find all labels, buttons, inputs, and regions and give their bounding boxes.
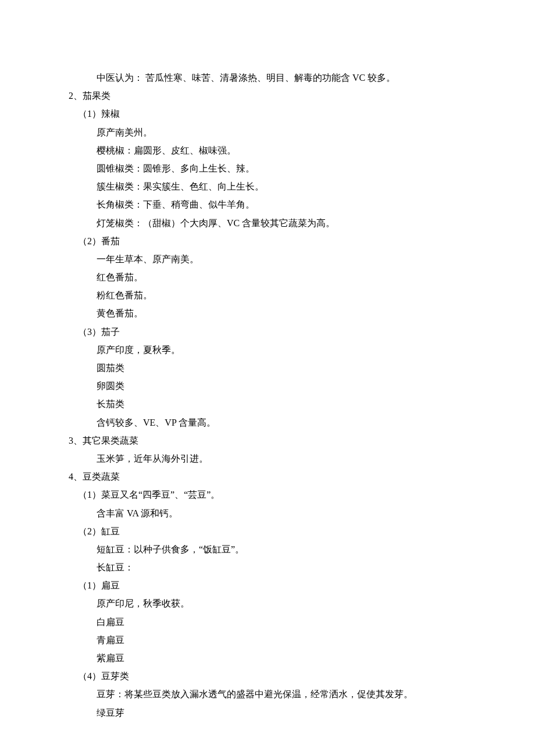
text-line: 长缸豆： (69, 558, 466, 576)
text-line: （4）豆芽类 (69, 667, 466, 685)
text-line: 豆芽：将某些豆类放入漏水透气的盛器中避光保温，经常洒水，促使其发芽。 (69, 685, 466, 703)
text-line: 黄色番茄。 (69, 304, 466, 322)
text-line: 含钙较多、VE、VP 含量高。 (69, 413, 466, 432)
text-line: 青扁豆 (69, 631, 466, 649)
text-line: 红色番茄。 (69, 268, 466, 286)
text-line: 卵圆类 (69, 377, 466, 395)
text-line: 白扁豆 (69, 613, 466, 631)
text-line: （1）菜豆又名“四季豆”、“芸豆”。 (69, 486, 466, 504)
document-body: 中医认为： 苦瓜性寒、味苦、清暑涤热、明目、解毒的功能含 VC 较多。2、茄果类… (69, 69, 466, 722)
text-line: 圆茄类 (69, 359, 466, 377)
text-line: 紫扁豆 (69, 649, 466, 667)
text-line: 2、茄果类 (69, 87, 466, 105)
text-line: （1）辣椒 (69, 105, 466, 123)
text-line: （2）番茄 (69, 232, 466, 250)
text-line: 绿豆芽 (69, 704, 466, 722)
text-line: （2）缸豆 (69, 522, 466, 540)
text-line: 原产印尼，秋季收获。 (69, 594, 466, 612)
document-page: 中医认为： 苦瓜性寒、味苦、清暑涤热、明目、解毒的功能含 VC 较多。2、茄果类… (0, 0, 535, 756)
text-line: 原产南美州。 (69, 123, 466, 141)
text-line: 原产印度，夏秋季。 (69, 341, 466, 359)
text-line: 含丰富 VA 源和钙。 (69, 504, 466, 522)
text-line: 樱桃椒：扁圆形、皮红、椒味强。 (69, 141, 466, 159)
text-line: 长角椒类：下垂、稍弯曲、似牛羊角。 (69, 195, 466, 213)
text-line: 中医认为： 苦瓜性寒、味苦、清暑涤热、明目、解毒的功能含 VC 较多。 (69, 69, 466, 87)
text-line: 簇生椒类：果实簇生、色红、向上生长。 (69, 177, 466, 195)
text-line: 粉红色番茄。 (69, 286, 466, 304)
text-line: 3、其它果类蔬菜 (69, 432, 466, 450)
text-line: 玉米笋，近年从海外引进。 (69, 450, 466, 468)
text-line: 一年生草本、原产南美。 (69, 250, 466, 268)
text-line: （1）扁豆 (69, 576, 466, 594)
text-line: 长茄类 (69, 395, 466, 413)
text-line: 圆锥椒类：圆锥形、多向上生长、辣。 (69, 159, 466, 177)
text-line: 短缸豆：以种子供食多，“饭缸豆”。 (69, 540, 466, 558)
text-line: （3）茄子 (69, 323, 466, 341)
text-line: 4、豆类蔬菜 (69, 468, 466, 486)
text-line: 灯笼椒类：（甜椒）个大肉厚、VC 含量较其它蔬菜为高。 (69, 214, 466, 232)
